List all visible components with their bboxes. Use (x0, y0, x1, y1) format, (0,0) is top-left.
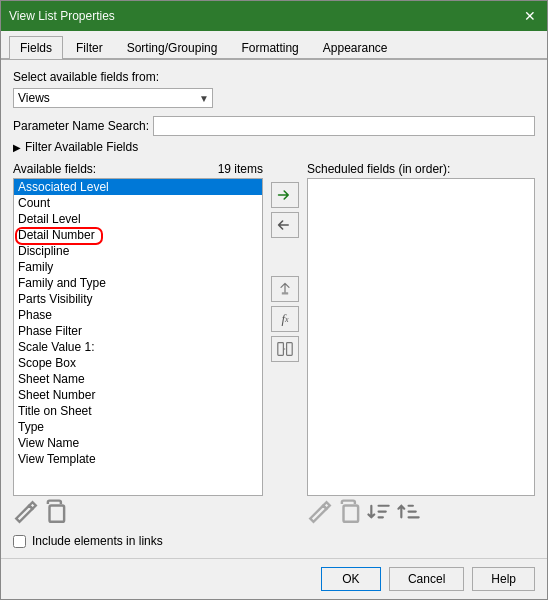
svg-rect-4 (344, 506, 359, 522)
list-item[interactable]: Scale Value 1: (14, 339, 262, 355)
param-search-label: Parameter Name Search: (13, 119, 153, 133)
scheduled-fields-list[interactable] (307, 178, 535, 496)
svg-rect-3 (287, 343, 293, 356)
list-item[interactable]: Scope Box (14, 355, 262, 371)
content-area: Select available fields from: Views ▼ Pa… (1, 60, 547, 558)
item-count: 19 items (218, 162, 263, 176)
dialog-title: View List Properties (9, 9, 115, 23)
fields-dropdown[interactable]: Views (13, 88, 213, 108)
fields-dropdown-wrapper: Views ▼ (13, 88, 213, 108)
right-bottom-icons (307, 500, 535, 524)
scheduled-edit-button[interactable] (307, 500, 333, 524)
tab-bar: Fields Filter Sorting/Grouping Formattin… (1, 31, 547, 60)
list-item[interactable]: Family and Type (14, 275, 262, 291)
close-button[interactable]: ✕ (521, 7, 539, 25)
tab-formatting[interactable]: Formatting (230, 36, 309, 59)
left-panel: Available fields: 19 items Associated Le… (13, 162, 263, 524)
tab-appearance[interactable]: Appearance (312, 36, 399, 59)
move-up-button[interactable] (271, 276, 299, 302)
list-item[interactable]: Family (14, 259, 262, 275)
list-item[interactable]: Phase Filter (14, 323, 262, 339)
list-item[interactable]: Parts Visibility (14, 291, 262, 307)
list-item[interactable]: Detail Level (14, 211, 262, 227)
ok-button[interactable]: OK (321, 567, 381, 591)
remove-field-button[interactable] (271, 212, 299, 238)
svg-rect-2 (278, 343, 284, 356)
edit-icon-button[interactable] (13, 500, 39, 524)
filter-link[interactable]: ▶ Filter Available Fields (13, 140, 535, 154)
svg-rect-1 (282, 292, 288, 294)
param-search-row: Parameter Name Search: (13, 116, 535, 136)
list-item[interactable]: Associated Level (14, 179, 262, 195)
list-item[interactable]: Discipline (14, 243, 262, 259)
list-item[interactable]: Title on Sheet (14, 403, 262, 419)
formula-button[interactable]: fx (271, 306, 299, 332)
circle-annotation (15, 227, 103, 245)
footer: OK Cancel Help (1, 558, 547, 599)
tab-sorting-grouping[interactable]: Sorting/Grouping (116, 36, 229, 59)
list-item[interactable]: Count (14, 195, 262, 211)
right-panel: Scheduled fields (in order): (307, 162, 535, 524)
svg-rect-0 (50, 506, 65, 522)
field-header: Available fields: 19 items (13, 162, 263, 176)
dialog: View List Properties ✕ Fields Filter Sor… (0, 0, 548, 600)
main-area: Available fields: 19 items Associated Le… (13, 162, 535, 524)
left-bottom-icons (13, 500, 263, 524)
select-label: Select available fields from: (13, 70, 159, 84)
list-item[interactable]: Phase (14, 307, 262, 323)
list-item[interactable]: View Name (14, 435, 262, 451)
filter-arrow-icon: ▶ (13, 142, 21, 153)
include-row: Include elements in links (13, 534, 535, 548)
middle-buttons: fx (267, 162, 303, 524)
list-item[interactable]: Type (14, 419, 262, 435)
list-item[interactable]: Detail Number (14, 227, 262, 243)
scheduled-fields-label: Scheduled fields (in order): (307, 162, 535, 176)
copy-icon-button[interactable] (43, 500, 69, 524)
dropdown-row: Views ▼ (13, 88, 535, 108)
available-fields-list[interactable]: Associated Level Count Detail Level Deta… (13, 178, 263, 496)
list-item[interactable]: Sheet Name (14, 371, 262, 387)
title-bar: View List Properties ✕ (1, 1, 547, 31)
sort-asc-button[interactable] (367, 500, 393, 524)
param-search-input[interactable] (153, 116, 535, 136)
select-fields-row: Select available fields from: (13, 70, 535, 84)
sort-desc-button[interactable] (397, 500, 423, 524)
combine-button[interactable] (271, 336, 299, 362)
scheduled-copy-button[interactable] (337, 500, 363, 524)
list-item[interactable]: View Template (14, 451, 262, 467)
list-item[interactable]: Sheet Number (14, 387, 262, 403)
include-label: Include elements in links (32, 534, 163, 548)
add-field-button[interactable] (271, 182, 299, 208)
help-button[interactable]: Help (472, 567, 535, 591)
include-checkbox[interactable] (13, 535, 26, 548)
available-fields-label: Available fields: (13, 162, 96, 176)
tab-filter[interactable]: Filter (65, 36, 114, 59)
filter-label: Filter Available Fields (25, 140, 138, 154)
cancel-button[interactable]: Cancel (389, 567, 464, 591)
tab-fields[interactable]: Fields (9, 36, 63, 59)
